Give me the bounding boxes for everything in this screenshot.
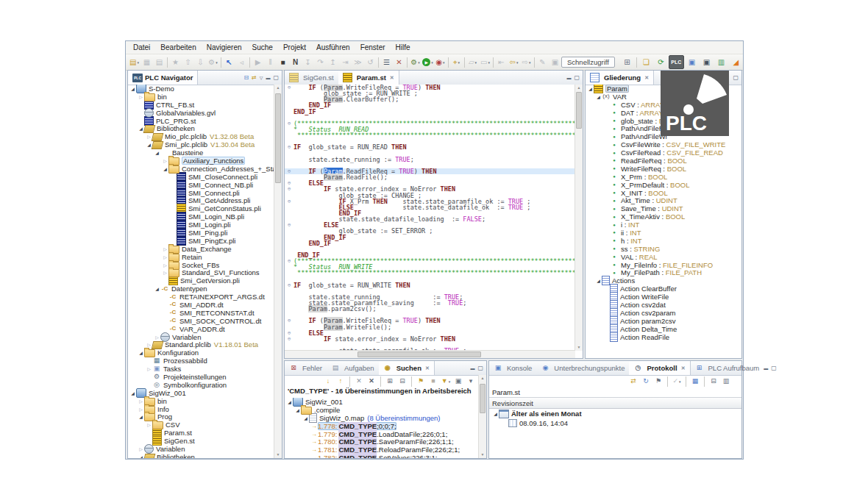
collapsed-arrow-icon[interactable]: ▷ (138, 399, 144, 404)
outline-item-x-timeaktiv[interactable]: ●X_TimeAktiv : BOOL (586, 213, 734, 221)
run-to-line-icon[interactable]: ⇥ (339, 57, 352, 68)
outline-item-akt-time[interactable]: ●Akt_Time : UDINT (586, 196, 734, 204)
nav-item-prozessabbild[interactable]: ▦Prozessabbild (128, 357, 274, 365)
resource-perspective-icon[interactable]: ❏ (639, 56, 653, 68)
tab-plc-aufrufbaum[interactable]: ⊞ PLC Aufrufbaum (691, 361, 764, 375)
nav-item-retainexport-args-dt[interactable]: -CRETAINEXPORT_ARGS.dt (128, 293, 274, 301)
outline-item-h[interactable]: ●h : INT (586, 237, 734, 245)
forward-icon[interactable]: ⇨▾ (520, 57, 533, 68)
expanded-arrow-icon[interactable]: ◢ (587, 86, 594, 91)
collapsed-arrow-icon[interactable]: ▷ (146, 422, 152, 427)
nav-item-bausteine[interactable]: ◢Bausteine (128, 149, 274, 157)
link-with-editor-icon[interactable]: ⇄ (628, 376, 638, 386)
open-perspective-icon[interactable]: ⊞ (620, 56, 634, 68)
nav-item-smi-connect-pli[interactable]: SMI_Connect.pli (128, 189, 274, 197)
nav-item-symbolkonfiguration[interactable]: ◎Symbolkonfiguration (128, 381, 274, 389)
maximize-icon[interactable]: ▢ (733, 75, 739, 81)
nav-item-plc-prg-st[interactable]: PLC_PRG.st (128, 117, 274, 125)
pause-icon[interactable]: ‖ (264, 57, 277, 68)
run-app-icon[interactable]: ▶▾ (421, 57, 434, 68)
outline-item-x-prmdefault[interactable]: ●X_PrmDefault : BOOL (586, 181, 734, 189)
compare-icon[interactable]: ▣ (549, 57, 561, 68)
outline-item-x-init[interactable]: ●X_INIT : BOOL (586, 189, 734, 197)
tab-plc-navigator[interactable]: PLC PLC Navigator (128, 71, 198, 85)
collapse-all-icon[interactable]: ⊟ (243, 75, 249, 81)
menu-navigieren[interactable]: Navigieren (202, 43, 247, 52)
navigator-scrollbar[interactable]: ▲ ▼ (274, 85, 282, 458)
code-line-28[interactable] (285, 246, 575, 252)
collapsed-arrow-icon[interactable]: ▷ (162, 254, 168, 260)
open-type-icon[interactable]: ▱▾ (466, 57, 479, 68)
step-over-icon[interactable]: ↷ (314, 57, 327, 68)
nav-item-standard-svi-functions[interactable]: ▷Standard_SVI_Functions (128, 268, 274, 276)
outline-item-writefilereq[interactable]: ●WriteFileReq : BOOL (586, 165, 734, 173)
nav-item-smi-pingex-pli[interactable]: SMI_PingEx.pli (128, 237, 274, 245)
prev-match-icon[interactable]: ↑ (335, 376, 346, 386)
fold-minus-icon[interactable]: ⊖ (285, 199, 294, 204)
fold-minus-icon[interactable]: ⊖ (285, 258, 294, 264)
nav-item-bibliotheken[interactable]: ◢Bibliotheken (128, 124, 274, 132)
expanded-arrow-icon[interactable]: ◢ (294, 407, 301, 413)
outline-item-action-clearbuffer[interactable]: Action ClearBuffer (586, 285, 734, 293)
quick-access-input[interactable]: Schnellzugriff (561, 57, 615, 68)
close-icon[interactable]: ✕ (644, 75, 649, 81)
nav-item-sigwiz-001[interactable]: ◢SigWiz_001 (128, 389, 274, 397)
nav-item-var-addr-dt[interactable]: -CVAR_ADDR.dt (128, 325, 274, 333)
build-icon[interactable]: ⚙▾ (207, 57, 219, 68)
nav-item-smi-getversion-pli[interactable]: Smi_GetVersion.pli (128, 276, 274, 285)
debug-perspective-icon[interactable]: ▣ (700, 56, 714, 68)
tab-konsole[interactable]: ▣ Konsole (489, 361, 536, 375)
minimize-icon[interactable]: ▬ (470, 366, 474, 371)
nav-item-konfiguration[interactable]: ◢Konfiguration (128, 349, 274, 357)
new-wizard-icon[interactable]: ★ (169, 57, 182, 68)
maximize-icon[interactable]: ▢ (574, 75, 580, 81)
search-item-sigwiz-001[interactable]: ◢SigWiz_001 (285, 398, 479, 406)
outline-item-action-csv2param[interactable]: Action csv2param (586, 309, 734, 317)
nav-item-csv[interactable]: ▷CSV (128, 421, 274, 429)
menu-ausf-hren[interactable]: Ausführen (311, 43, 355, 52)
collapsed-arrow-icon[interactable]: ▷ (138, 446, 144, 451)
expanded-arrow-icon[interactable]: ◢ (286, 399, 293, 404)
fold-minus-icon[interactable]: ⊖ (285, 318, 294, 324)
expanded-arrow-icon[interactable]: ◢ (492, 411, 499, 416)
expand-all-icon[interactable]: ⊞ (385, 376, 395, 386)
fold-minus-icon[interactable]: ⊖ (285, 282, 294, 288)
step-into-icon[interactable]: ↧ (302, 57, 314, 68)
switch-layout-icon[interactable]: ▥ (721, 376, 731, 386)
reset-icon[interactable]: ↺ (364, 57, 377, 68)
search-match-row-4[interactable]: →1.781:CMD_TYPE.ReloadParamFile;226;2;1; (285, 446, 479, 454)
outline-item-val[interactable]: ●VAL : REAL (586, 253, 734, 261)
minimize-icon[interactable]: ▬ (566, 76, 571, 80)
code-line-43[interactable]: ⊖ IF state.error_index = NoError THEN (285, 336, 575, 342)
outline-item-action-csv2dat[interactable]: Action csv2dat (586, 301, 734, 309)
nav-item-info[interactable]: ▷Info (128, 405, 274, 413)
print-icon[interactable]: ▤ (153, 57, 166, 68)
tab-gliederung[interactable]: Gliederung ✕ (586, 71, 654, 85)
nav-item-data-exchange[interactable]: ▷Data_Exchange (128, 245, 274, 253)
extra-perspective-icon[interactable]: ◢ (729, 56, 743, 68)
menu-projekt[interactable]: Projekt (278, 43, 311, 52)
search-match-row-5[interactable]: →1.782:CMD_TYPE.SetValues;226;3;1; (285, 454, 479, 458)
fold-minus-icon[interactable]: ⊖ (285, 85, 294, 90)
collapsed-arrow-icon[interactable]: ▷ (146, 366, 152, 371)
external-tools-icon[interactable]: ◉▾ (434, 57, 447, 68)
tab-siggen-st[interactable]: SigGen.st (285, 71, 338, 85)
nav-item-smi-ping-pli[interactable]: SMI_Ping.pli (128, 229, 274, 237)
last-edit-icon[interactable]: ⇤ (495, 57, 508, 68)
code-line-5[interactable]: END_IF (285, 109, 575, 115)
nav-item-smi-login-nb-pli[interactable]: SMI_Login_NB.pli (128, 213, 274, 221)
nav-item-auxiliary-functions[interactable]: ▷Auxiliary_Functions (128, 157, 274, 165)
code-editor[interactable]: ⊖ IF (Param.WriteFileReq = TRUE) THEN gl… (285, 85, 575, 351)
import-icon[interactable]: ⇩ (194, 57, 207, 68)
tab-param-st[interactable]: Param.st ✕ (338, 71, 399, 85)
filter-icon[interactable]: ▼▾ (441, 376, 451, 386)
annotate-icon[interactable]: ✎ (536, 57, 549, 68)
nav-item-mio-plc-plclib[interactable]: ▷Mio_plc.plclibV1.32.08 Beta (128, 132, 274, 140)
nav-item-bin[interactable]: ▷bin (128, 93, 274, 101)
stop-icon[interactable]: ■ (277, 57, 289, 68)
maximize-icon[interactable]: ▢ (477, 365, 483, 371)
nav-item-connection-addresses-status[interactable]: ◢Connection_Addresses_+_Status (128, 165, 274, 173)
outline-item-ss[interactable]: ●ss : STRING (586, 245, 734, 253)
editor-hscrollbar[interactable] (285, 350, 575, 358)
save-icon[interactable]: ▦ (140, 57, 153, 68)
